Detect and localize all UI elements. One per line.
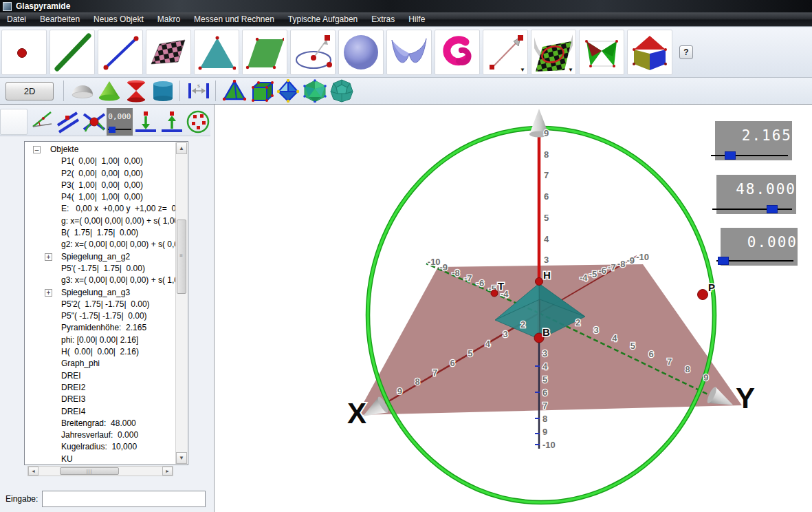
menu-messen-und-rechnen[interactable]: Messen und Rechnen (187, 12, 281, 26)
scroll-up-icon[interactable]: ▲ (176, 142, 187, 154)
parallelogram-button[interactable] (242, 30, 287, 75)
tree-item-label: KU (61, 454, 73, 464)
menu-neues-objekt[interactable]: Neues Objekt (87, 12, 151, 26)
icosahedron-button[interactable] (302, 79, 327, 103)
circle-button[interactable] (290, 30, 336, 75)
tree-item[interactable]: P5"( -1.75| -1.75| 0.00) (25, 311, 177, 323)
value-display[interactable]: 0,000 (107, 108, 133, 136)
tree-item[interactable]: P5'( -1.75| 1.75| 0.00) (25, 264, 177, 275)
slider-thumb[interactable] (767, 205, 778, 213)
tree-item[interactable]: Breitengrad: 48.000 (25, 418, 177, 430)
point-T[interactable] (491, 290, 498, 297)
scroll-right-icon[interactable]: ► (162, 467, 173, 476)
titlebar[interactable]: Glaspyramide (0, 0, 812, 12)
octahedron-button[interactable] (275, 79, 300, 103)
menu-bearbeiten[interactable]: Bearbeiten (33, 12, 87, 26)
season-slider[interactable]: 0.000 (721, 228, 798, 266)
hemisphere-button[interactable] (69, 79, 95, 103)
dodecahedron-button[interactable] (329, 79, 354, 103)
tree-horizontal-scrollbar[interactable]: ◄ ||| ► (28, 466, 173, 476)
expander-minus-icon[interactable]: – (33, 146, 41, 153)
circle-points-button[interactable] (185, 109, 210, 135)
menu-datei[interactable]: Datei (0, 12, 33, 26)
distance-button[interactable]: s (186, 79, 211, 103)
dropdown-arrow-icon[interactable]: ▼ (568, 67, 573, 73)
tree-item[interactable]: P1( 0,00| 1,00| 0,00) (25, 156, 177, 168)
drop-perpendicular-button[interactable] (133, 109, 159, 135)
point-H[interactable] (536, 278, 543, 286)
dropdown-arrow-icon[interactable]: ▼ (520, 67, 525, 73)
tree-item[interactable]: Kugelradius: 10,000 (25, 442, 177, 454)
scroll-left-icon[interactable]: ◄ (28, 467, 39, 476)
expander-plus-icon[interactable]: + (45, 253, 52, 261)
tree-item[interactable]: Jahresverlauf: 0.000 (25, 430, 177, 442)
tree-item[interactable]: E: 0,00 x +0,00 y +1,00 z= 0, (25, 204, 177, 215)
tree-vertical-scrollbar[interactable]: ▲ ≡ ▼ (175, 142, 187, 464)
height-slider[interactable]: 2.165 (715, 121, 792, 160)
segment-button[interactable] (98, 30, 143, 75)
vector-button[interactable]: ▼ (483, 30, 528, 75)
triangle-button[interactable] (194, 30, 239, 75)
tetrahedron-icon (222, 79, 247, 103)
viewport-3d[interactable]: 9876543 3456789-10 23456789 -4-5-6-7-8-9… (215, 105, 812, 512)
tree-item[interactable]: g2: x=( 0,00| 0,00| 0,00) + s( 0,00 (25, 239, 177, 251)
cube-button[interactable] (248, 79, 274, 103)
slider-thumb[interactable] (718, 257, 729, 265)
scroll-down-icon[interactable]: ▼ (176, 452, 187, 464)
glass-pyramid-button[interactable] (627, 30, 672, 75)
tree-item[interactable]: DREI4 (25, 407, 177, 418)
plane-button[interactable] (146, 30, 191, 75)
intersection-button[interactable] (81, 109, 107, 135)
tree-item[interactable]: KU (25, 454, 177, 465)
help-button[interactable]: ? (679, 45, 693, 59)
tree-item[interactable]: +Spiegelung_an_g3 (25, 288, 177, 299)
scroll-thumb[interactable]: ≡ (177, 220, 186, 294)
menu-makro[interactable]: Makro (151, 12, 187, 26)
parallel-lines-button[interactable] (56, 109, 81, 135)
line-button[interactable] (50, 30, 95, 75)
scroll-thumb[interactable]: ||| (60, 467, 119, 475)
tree-item[interactable]: P5'2( 1.75| -1.75| 0.00) (25, 299, 177, 311)
cylinder-button[interactable] (150, 79, 175, 103)
tree-item[interactable]: g3: x=( 0,00| 0,00| 0,00) + s( 1,00 (25, 275, 177, 287)
tree-item[interactable]: g: x=( 0,00| 0,00| 0,00) + s( 1,00| (25, 216, 177, 228)
slider-thumb[interactable] (725, 151, 736, 160)
tree-item[interactable]: Graph_phi (25, 359, 177, 370)
torus-button[interactable] (435, 30, 480, 75)
latitude-slider[interactable]: 48.000 (716, 175, 796, 214)
tree-item-label: B( 1.75| 1.75| 0.00) (61, 228, 138, 237)
point-button[interactable] (1, 30, 47, 75)
tree-item[interactable]: DREI2 (25, 383, 177, 394)
tree-item[interactable]: P3( 1,00| 0,00| 0,00) (25, 180, 177, 192)
tree-item[interactable]: phi: [0.00| 0.00| 2.16] (25, 335, 177, 347)
menu-hilfe[interactable]: Hilfe (402, 12, 432, 26)
blank-tool-button[interactable] (0, 109, 28, 135)
sphere-button[interactable] (338, 30, 384, 75)
menu-extras[interactable]: Extras (364, 12, 402, 26)
intersection-surface-button[interactable]: ▼ (531, 30, 576, 75)
tree-item[interactable]: B( 1.75| 1.75| 0.00) (25, 228, 177, 239)
tree-item[interactable]: P2( 0,00| 0,00| 0,00) (25, 169, 177, 180)
cone-button[interactable] (96, 79, 122, 103)
surface-button[interactable] (386, 30, 432, 75)
menu-typische-aufgaben[interactable]: Typische Aufgaben (281, 12, 364, 26)
tetrahedron-button[interactable] (221, 79, 247, 103)
tree-item[interactable]: H( 0.00| 0.00| 2.16) (25, 347, 177, 359)
expander-plus-icon[interactable]: + (45, 289, 52, 297)
tetrahedra-button[interactable] (579, 30, 624, 75)
raise-perpendicular-button[interactable] (160, 109, 185, 135)
value-display-thumb[interactable] (109, 127, 116, 133)
point-P[interactable] (698, 290, 708, 300)
angle-button[interactable] (30, 109, 55, 135)
tree-item[interactable]: –Objekte (25, 145, 177, 156)
command-input[interactable] (42, 491, 206, 507)
line-icon (53, 33, 91, 72)
tree-item[interactable]: Pyramidenhöhe: 2.165 (25, 323, 177, 334)
axis-tick-label: 9 (703, 372, 708, 383)
tree-item[interactable]: +Spiegelung_an_g2 (25, 252, 177, 264)
tree-item[interactable]: P4( 1,00| 1,00| 0,00) (25, 192, 177, 204)
tree-item[interactable]: DREI3 (25, 394, 177, 406)
mode-2d-button[interactable]: 2D (6, 82, 54, 100)
double-cone-button[interactable] (123, 79, 149, 103)
tree-item[interactable]: DREI (25, 371, 177, 383)
